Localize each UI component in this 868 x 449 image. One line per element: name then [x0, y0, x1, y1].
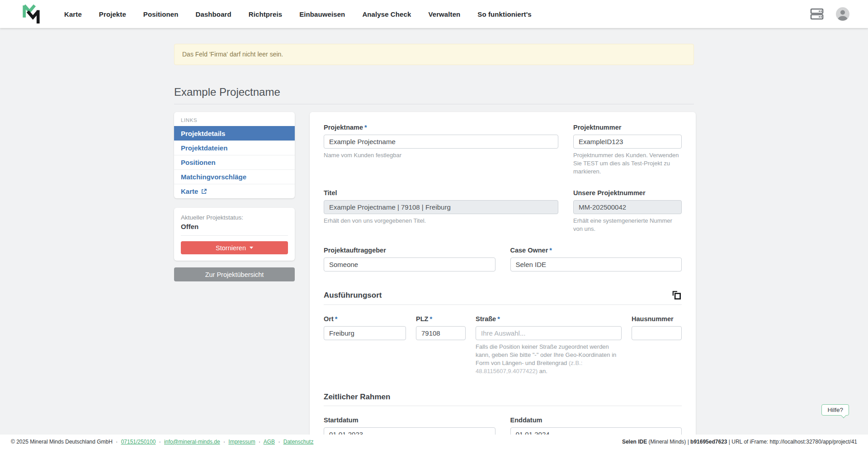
projektnummer-label: Projektnummer — [573, 123, 682, 131]
sidebar-item-projektdetails[interactable]: Projektdetails — [174, 126, 295, 140]
links-panel-header: LINKS — [174, 112, 295, 126]
required-mark: * — [429, 315, 432, 323]
nav-item-dashboard[interactable]: Dashboard — [196, 10, 231, 18]
status-value: Offen — [181, 223, 288, 230]
iframe-url: | URL of iFrame: http://localhost:32780/… — [727, 439, 858, 445]
session-hash: b91695ed7623 — [690, 439, 727, 445]
case-owner-selected-value: Selen IDE — [516, 261, 547, 268]
sidebar-item-label: Positionen — [181, 159, 216, 166]
nav-item-projekte[interactable]: Projekte — [99, 10, 126, 18]
hausnummer-label: Hausnummer — [632, 315, 682, 323]
nav-item-karte[interactable]: Karte — [64, 10, 82, 18]
hilfe-label: Hilfe? — [827, 407, 843, 413]
nav-item-richtpreis[interactable]: Richtpreis — [249, 10, 282, 18]
mineral-minds-logo-icon — [22, 3, 41, 25]
projektname-help: Name vom Kunden festlegbar — [324, 151, 558, 159]
nav-item-einbauweisen[interactable]: Einbauweisen — [299, 10, 345, 18]
links-panel: LINKS Projektdetails Projektdateien Posi… — [174, 112, 295, 198]
projektnummer-help: Projektnummer des Kunden. Verwenden Sie … — [573, 151, 682, 176]
footer-session-info: Selen IDE (Mineral Minds) | b91695ed7623… — [622, 439, 857, 445]
zeitlicher-rahmen-heading: Zeitlicher Rahmen — [324, 393, 390, 402]
project-details-form: Projektname* Name vom Kunden festlegbar … — [310, 112, 696, 449]
nav-item-analyse-check[interactable]: Analyse Check — [362, 10, 411, 18]
ort-input[interactable] — [324, 326, 406, 340]
projektnummer-input[interactable] — [573, 135, 682, 149]
sidebar-item-label: Karte — [181, 187, 198, 195]
required-mark: * — [364, 124, 367, 131]
required-mark: * — [549, 247, 552, 254]
main-menu: Karte Projekte Positionen Dashboard Rich… — [64, 10, 532, 18]
plz-label: PLZ — [416, 315, 428, 323]
footer: © 2025 Mineral Minds Deutschland GmbH · … — [0, 435, 868, 449]
unsere-projektnummer-input — [573, 200, 682, 214]
footer-link-agb[interactable]: AGB — [264, 439, 275, 445]
session-user: Selen IDE — [622, 439, 647, 445]
footer-link-impressum[interactable]: Impressum — [228, 439, 255, 445]
titel-label: Titel — [324, 189, 558, 197]
sidebar-item-label: Projektdateien — [181, 144, 227, 152]
hausnummer-input[interactable] — [632, 326, 682, 340]
required-mark: * — [335, 315, 338, 323]
footer-left: © 2025 Mineral Minds Deutschland GmbH · … — [11, 439, 313, 445]
projektname-input[interactable] — [324, 135, 558, 149]
footer-link-datenschutz[interactable]: Datenschutz — [283, 439, 314, 445]
sidebar-item-label: Matchingvorschläge — [181, 173, 246, 181]
nav-item-verwalten[interactable]: Verwalten — [428, 10, 460, 18]
sidebar-item-matchingvorschlaege[interactable]: Matchingvorschläge — [174, 169, 295, 184]
stornieren-button[interactable]: Stornieren — [181, 241, 288, 254]
footer-link-phone[interactable]: 07151/250100 — [121, 439, 156, 445]
alert-message: Das Feld 'Firma' darf nicht leer sein. — [182, 51, 283, 58]
copyright-text: © 2025 Mineral Minds Deutschland GmbH — [11, 439, 113, 445]
zur-projektuebersicht-button[interactable]: Zur Projektübersicht — [174, 267, 295, 281]
ausfuehrungsort-heading: Ausführungsort — [324, 291, 382, 300]
enddatum-label: Enddatum — [510, 416, 682, 424]
strasse-help: Falls die Position keiner Straße zugeord… — [476, 343, 622, 375]
sidebar-item-karte[interactable]: Karte — [174, 184, 295, 198]
projektauftraggeber-input[interactable] — [324, 257, 495, 271]
sidebar-item-positionen[interactable]: Positionen — [174, 155, 295, 169]
unsere-projektnummer-label: Unsere Projektnummer — [573, 189, 682, 197]
external-link-icon — [201, 188, 207, 194]
project-status-panel: Aktueller Projektstatus: Offen Storniere… — [174, 208, 295, 261]
case-owner-select[interactable]: Selen IDE — [510, 257, 682, 271]
titel-help: Erhält den von uns vorgegebenen Titel. — [324, 217, 558, 225]
startdatum-label: Startdatum — [324, 416, 495, 424]
required-mark: * — [497, 315, 500, 323]
validation-alert: Das Feld 'Firma' darf nicht leer sein. — [174, 44, 694, 65]
sidebar-item-projektdateien[interactable]: Projektdateien — [174, 140, 295, 155]
section-divider — [324, 304, 682, 305]
sidebar-item-label: Projektdetails — [181, 130, 225, 137]
ort-label: Ort — [324, 315, 334, 323]
server-icon[interactable] — [810, 8, 824, 20]
nav-item-positionen[interactable]: Positionen — [143, 10, 179, 18]
titel-input — [324, 200, 558, 214]
section-divider — [324, 406, 682, 406]
unsere-projektnummer-help: Erhält eine systemgenerierte Nummer von … — [573, 217, 682, 233]
strasse-label: Straße — [476, 315, 496, 323]
projektname-label: Projektname — [324, 124, 363, 131]
copy-address-button[interactable] — [671, 290, 682, 300]
hilfe-button[interactable]: Hilfe? — [821, 404, 849, 416]
status-divider — [181, 235, 288, 236]
strasse-input[interactable] — [476, 326, 622, 340]
projektauftraggeber-label: Projektauftraggeber — [324, 246, 495, 254]
stornieren-label: Stornieren — [216, 244, 246, 252]
page-title: Example Projectname — [174, 86, 694, 98]
nav-item-so-funktionierts[interactable]: So funktioniert's — [477, 10, 531, 18]
copy-icon — [671, 290, 682, 300]
back-button-label: Zur Projektübersicht — [205, 271, 264, 278]
top-navbar: Karte Projekte Positionen Dashboard Rich… — [0, 0, 868, 28]
footer-link-email[interactable]: info@mineral-minds.de — [164, 439, 220, 445]
title-divider — [174, 104, 694, 104]
caret-down-icon — [250, 247, 253, 249]
user-avatar[interactable] — [835, 7, 850, 21]
status-label: Aktueller Projektstatus: — [181, 214, 288, 221]
plz-input[interactable] — [416, 326, 466, 340]
case-owner-label: Case Owner — [510, 247, 548, 254]
